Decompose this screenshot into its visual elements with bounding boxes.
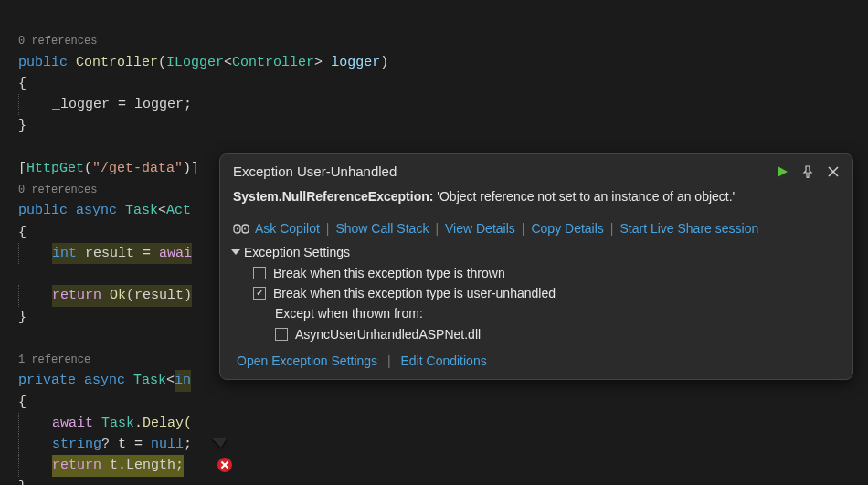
codelens-references[interactable]: 0 references — [18, 184, 97, 196]
except-when-label: Except when thrown from: — [275, 303, 840, 323]
copilot-icon — [233, 222, 249, 235]
view-details-link[interactable]: View Details — [445, 221, 515, 236]
popup-tail — [212, 438, 227, 448]
type-ilogger: ILogger — [166, 55, 224, 70]
type-controller: Controller — [232, 55, 314, 70]
open-exception-settings-link[interactable]: Open Exception Settings — [237, 353, 377, 368]
show-call-stack-link[interactable]: Show Call Stack — [335, 221, 429, 236]
exception-helper-popup: Exception User-Unhandled System.NullRefe… — [219, 153, 853, 380]
exception-text: 'Object reference not set to an instance… — [437, 189, 735, 204]
exception-settings-label: Exception Settings — [244, 245, 350, 259]
break-on-user-unhandled-checkbox[interactable] — [253, 287, 266, 300]
codelens-references[interactable]: 0 references — [18, 35, 97, 47]
ask-copilot-link[interactable]: Ask Copilot — [255, 221, 320, 236]
start-live-share-link[interactable]: Start Live Share session — [619, 221, 758, 236]
expander-icon — [231, 249, 240, 255]
popup-title: Exception User-Unhandled — [233, 163, 397, 179]
attribute-route: "/get-data" — [92, 161, 183, 176]
pin-icon[interactable] — [801, 165, 814, 178]
svg-point-6 — [244, 227, 246, 229]
exception-message: System.NullReferenceException: 'Object r… — [233, 188, 840, 206]
continue-icon[interactable] — [776, 165, 789, 178]
popup-action-links: Ask Copilot | Show Call Stack | View Det… — [233, 221, 840, 236]
constructor-name: Controller — [76, 55, 158, 70]
attribute-name: HttpGet — [26, 161, 84, 176]
except-module-label: AsyncUserUnhandledASPNet.dll — [295, 324, 481, 344]
svg-point-5 — [237, 227, 238, 229]
break-on-user-unhandled-label: Break when this exception type is user-u… — [273, 283, 556, 303]
break-on-thrown-checkbox[interactable] — [253, 267, 266, 279]
param-logger: logger — [331, 55, 380, 70]
keyword-public: public — [18, 55, 68, 70]
assignment: _logger = logger; — [52, 97, 192, 112]
except-module-checkbox[interactable] — [275, 328, 288, 341]
close-icon[interactable] — [827, 165, 840, 178]
break-on-thrown-label: Break when this exception type is thrown — [273, 263, 505, 283]
copy-details-link[interactable]: Copy Details — [531, 221, 603, 236]
error-glyph-icon[interactable] — [217, 457, 233, 473]
edit-conditions-link[interactable]: Edit Conditions — [401, 353, 487, 368]
svg-marker-0 — [778, 166, 788, 177]
exception-type: System.NullReferenceException: — [233, 189, 433, 204]
codelens-references[interactable]: 1 reference — [18, 353, 90, 366]
exception-settings-expander[interactable]: Exception Settings — [233, 245, 840, 259]
